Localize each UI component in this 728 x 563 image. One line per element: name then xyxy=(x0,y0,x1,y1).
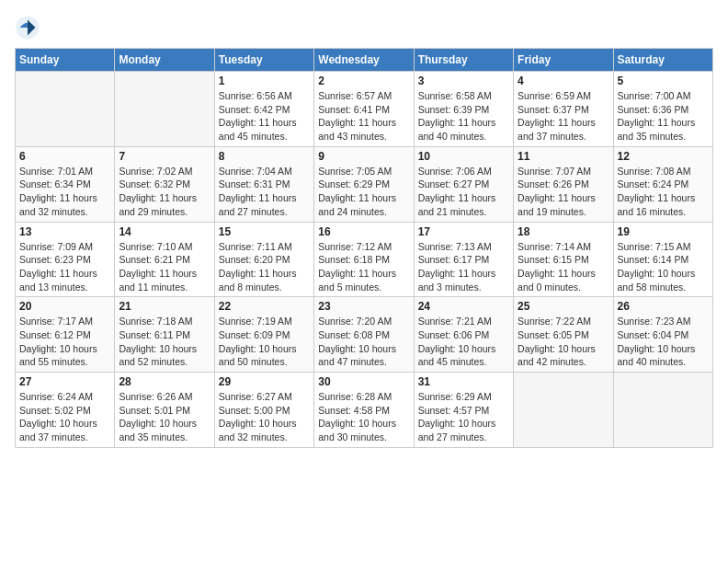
day-cell-25: 25Sunrise: 7:22 AMSunset: 6:05 PMDayligh… xyxy=(514,297,613,373)
day-number: 2 xyxy=(318,75,409,87)
day-number: 30 xyxy=(318,375,409,388)
day-header-thursday: Thursday xyxy=(414,49,513,72)
day-cell-14: 14Sunrise: 7:10 AMSunset: 6:21 PMDayligh… xyxy=(115,222,214,297)
day-cell-9: 9Sunrise: 7:05 AMSunset: 6:29 PMDaylight… xyxy=(314,146,414,222)
calendar-week-3: 13Sunrise: 7:09 AMSunset: 6:23 PMDayligh… xyxy=(16,222,713,297)
day-number: 21 xyxy=(119,300,210,313)
day-number: 18 xyxy=(518,225,609,238)
day-number: 7 xyxy=(119,150,210,163)
day-number: 28 xyxy=(119,375,210,388)
day-number: 27 xyxy=(19,375,110,388)
day-cell-15: 15Sunrise: 7:11 AMSunset: 6:20 PMDayligh… xyxy=(214,222,313,297)
day-number: 16 xyxy=(318,225,409,238)
day-info: Sunrise: 7:22 AMSunset: 6:05 PMDaylight:… xyxy=(518,315,609,369)
day-info: Sunrise: 7:07 AMSunset: 6:26 PMDaylight:… xyxy=(518,165,609,219)
day-number: 23 xyxy=(318,300,409,313)
day-number: 12 xyxy=(618,150,709,163)
day-number: 8 xyxy=(219,150,310,163)
logo xyxy=(15,15,44,40)
day-header-wednesday: Wednesday xyxy=(314,49,414,72)
day-number: 25 xyxy=(518,300,609,313)
day-cell-2: 2Sunrise: 6:57 AMSunset: 6:41 PMDaylight… xyxy=(314,72,414,147)
day-cell-31: 31Sunrise: 6:29 AMSunset: 4:57 PMDayligh… xyxy=(414,373,513,448)
empty-cell xyxy=(613,373,712,448)
day-header-tuesday: Tuesday xyxy=(214,49,313,72)
day-info: Sunrise: 6:24 AMSunset: 5:02 PMDaylight:… xyxy=(19,390,110,444)
day-cell-29: 29Sunrise: 6:27 AMSunset: 5:00 PMDayligh… xyxy=(214,373,313,448)
day-number: 24 xyxy=(418,300,509,313)
day-info: Sunrise: 7:09 AMSunset: 6:23 PMDaylight:… xyxy=(19,240,110,294)
day-cell-8: 8Sunrise: 7:04 AMSunset: 6:31 PMDaylight… xyxy=(214,146,313,222)
day-number: 17 xyxy=(418,225,509,238)
day-cell-6: 6Sunrise: 7:01 AMSunset: 6:34 PMDaylight… xyxy=(16,146,115,222)
calendar-header-row: SundayMondayTuesdayWednesdayThursdayFrid… xyxy=(16,49,713,72)
day-header-sunday: Sunday xyxy=(16,49,115,72)
day-number: 15 xyxy=(219,225,310,238)
day-info: Sunrise: 6:59 AMSunset: 6:37 PMDaylight:… xyxy=(518,89,609,144)
day-info: Sunrise: 7:23 AMSunset: 6:04 PMDaylight:… xyxy=(618,315,709,369)
day-info: Sunrise: 7:18 AMSunset: 6:11 PMDaylight:… xyxy=(119,315,210,369)
day-header-monday: Monday xyxy=(115,49,214,72)
day-info: Sunrise: 7:10 AMSunset: 6:21 PMDaylight:… xyxy=(119,240,210,294)
day-cell-5: 5Sunrise: 7:00 AMSunset: 6:36 PMDaylight… xyxy=(613,72,712,147)
day-number: 11 xyxy=(518,150,609,163)
calendar-week-2: 6Sunrise: 7:01 AMSunset: 6:34 PMDaylight… xyxy=(16,146,713,222)
day-cell-28: 28Sunrise: 6:26 AMSunset: 5:01 PMDayligh… xyxy=(115,373,214,448)
calendar-week-1: 1Sunrise: 6:56 AMSunset: 6:42 PMDaylight… xyxy=(16,72,713,147)
day-info: Sunrise: 6:27 AMSunset: 5:00 PMDaylight:… xyxy=(219,390,310,444)
day-info: Sunrise: 7:14 AMSunset: 6:15 PMDaylight:… xyxy=(518,240,609,294)
day-cell-19: 19Sunrise: 7:15 AMSunset: 6:14 PMDayligh… xyxy=(613,222,712,297)
day-cell-17: 17Sunrise: 7:13 AMSunset: 6:17 PMDayligh… xyxy=(414,222,513,297)
day-number: 13 xyxy=(19,225,110,238)
day-number: 3 xyxy=(418,75,509,87)
day-cell-4: 4Sunrise: 6:59 AMSunset: 6:37 PMDaylight… xyxy=(514,72,613,147)
day-info: Sunrise: 7:15 AMSunset: 6:14 PMDaylight:… xyxy=(618,240,709,294)
day-cell-10: 10Sunrise: 7:06 AMSunset: 6:27 PMDayligh… xyxy=(414,146,513,222)
day-number: 10 xyxy=(418,150,509,163)
day-cell-1: 1Sunrise: 6:56 AMSunset: 6:42 PMDaylight… xyxy=(214,72,313,147)
day-number: 20 xyxy=(19,300,110,313)
day-info: Sunrise: 7:06 AMSunset: 6:27 PMDaylight:… xyxy=(418,165,509,219)
day-cell-26: 26Sunrise: 7:23 AMSunset: 6:04 PMDayligh… xyxy=(613,297,712,373)
day-cell-3: 3Sunrise: 6:58 AMSunset: 6:39 PMDaylight… xyxy=(414,72,513,147)
day-info: Sunrise: 6:58 AMSunset: 6:39 PMDaylight:… xyxy=(418,89,509,144)
day-number: 31 xyxy=(418,375,509,388)
day-cell-13: 13Sunrise: 7:09 AMSunset: 6:23 PMDayligh… xyxy=(16,222,115,297)
day-info: Sunrise: 7:08 AMSunset: 6:24 PMDaylight:… xyxy=(618,165,709,219)
day-info: Sunrise: 7:05 AMSunset: 6:29 PMDaylight:… xyxy=(318,165,409,219)
day-number: 4 xyxy=(518,75,609,87)
day-info: Sunrise: 7:17 AMSunset: 6:12 PMDaylight:… xyxy=(19,315,110,369)
day-cell-30: 30Sunrise: 6:28 AMSunset: 4:58 PMDayligh… xyxy=(314,373,414,448)
day-cell-27: 27Sunrise: 6:24 AMSunset: 5:02 PMDayligh… xyxy=(16,373,115,448)
day-info: Sunrise: 7:13 AMSunset: 6:17 PMDaylight:… xyxy=(418,240,509,294)
day-header-saturday: Saturday xyxy=(613,49,712,72)
empty-cell xyxy=(115,72,214,147)
day-number: 6 xyxy=(19,150,110,163)
day-info: Sunrise: 6:29 AMSunset: 4:57 PMDaylight:… xyxy=(418,390,509,444)
day-info: Sunrise: 7:12 AMSunset: 6:18 PMDaylight:… xyxy=(318,240,409,294)
day-cell-24: 24Sunrise: 7:21 AMSunset: 6:06 PMDayligh… xyxy=(414,297,513,373)
day-cell-20: 20Sunrise: 7:17 AMSunset: 6:12 PMDayligh… xyxy=(16,297,115,373)
empty-cell xyxy=(16,72,115,147)
day-cell-22: 22Sunrise: 7:19 AMSunset: 6:09 PMDayligh… xyxy=(214,297,313,373)
day-info: Sunrise: 7:19 AMSunset: 6:09 PMDaylight:… xyxy=(219,315,310,369)
day-cell-12: 12Sunrise: 7:08 AMSunset: 6:24 PMDayligh… xyxy=(613,146,712,222)
day-cell-16: 16Sunrise: 7:12 AMSunset: 6:18 PMDayligh… xyxy=(314,222,414,297)
day-number: 26 xyxy=(618,300,709,313)
day-info: Sunrise: 7:21 AMSunset: 6:06 PMDaylight:… xyxy=(418,315,509,369)
day-info: Sunrise: 7:01 AMSunset: 6:34 PMDaylight:… xyxy=(19,165,110,219)
day-cell-11: 11Sunrise: 7:07 AMSunset: 6:26 PMDayligh… xyxy=(514,146,613,222)
day-info: Sunrise: 6:28 AMSunset: 4:58 PMDaylight:… xyxy=(318,390,409,444)
day-number: 22 xyxy=(219,300,310,313)
page-header xyxy=(15,15,713,40)
day-cell-23: 23Sunrise: 7:20 AMSunset: 6:08 PMDayligh… xyxy=(314,297,414,373)
day-number: 19 xyxy=(618,225,709,238)
day-info: Sunrise: 7:04 AMSunset: 6:31 PMDaylight:… xyxy=(219,165,310,219)
calendar-week-5: 27Sunrise: 6:24 AMSunset: 5:02 PMDayligh… xyxy=(16,373,713,448)
day-info: Sunrise: 7:00 AMSunset: 6:36 PMDaylight:… xyxy=(618,89,709,144)
day-info: Sunrise: 6:56 AMSunset: 6:42 PMDaylight:… xyxy=(219,89,310,144)
day-info: Sunrise: 6:57 AMSunset: 6:41 PMDaylight:… xyxy=(318,89,409,144)
day-number: 9 xyxy=(318,150,409,163)
day-cell-21: 21Sunrise: 7:18 AMSunset: 6:11 PMDayligh… xyxy=(115,297,214,373)
day-info: Sunrise: 6:26 AMSunset: 5:01 PMDaylight:… xyxy=(119,390,210,444)
